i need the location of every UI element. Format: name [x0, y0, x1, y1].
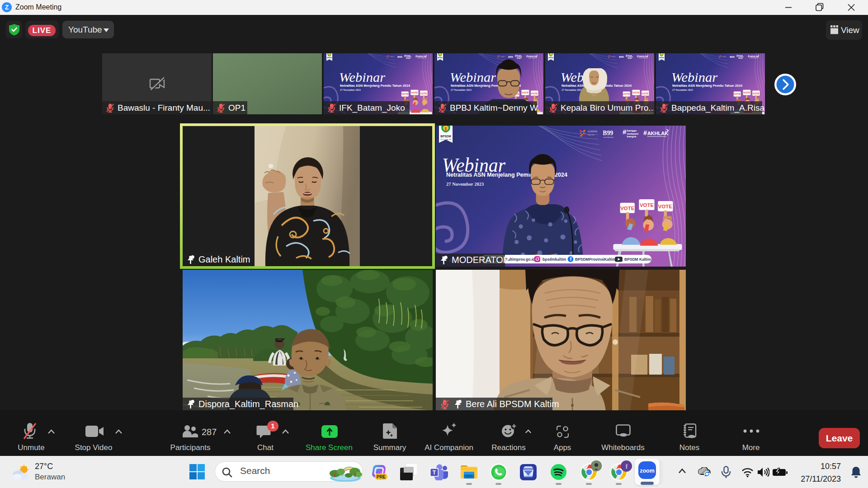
svg-text:PRE: PRE: [377, 474, 386, 479]
svg-text:Z: Z: [5, 4, 9, 11]
svg-text:zoom: zoom: [640, 468, 655, 474]
svg-text:f: f: [626, 463, 628, 470]
svg-text:T: T: [433, 469, 436, 476]
